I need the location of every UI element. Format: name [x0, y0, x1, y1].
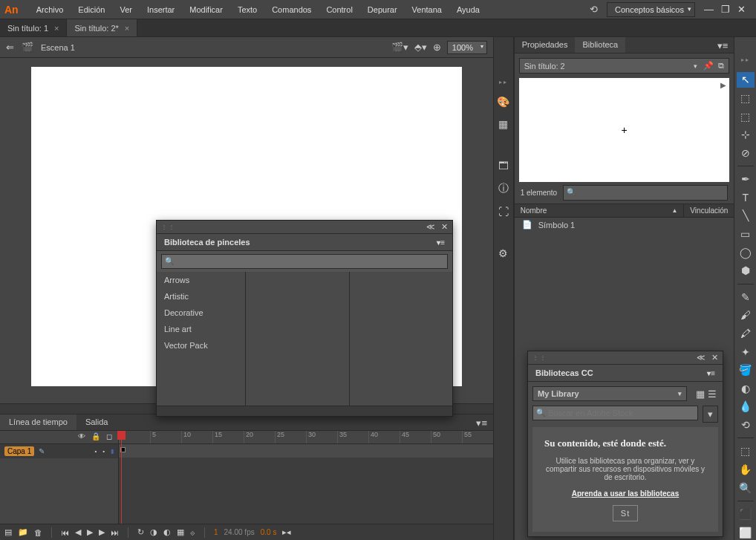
pin-icon[interactable]: 📌	[703, 61, 714, 71]
tab-library[interactable]: Biblioteca	[575, 37, 625, 53]
ink-bottle-tool[interactable]: ◐	[737, 380, 755, 396]
sync-icon[interactable]: ⟲	[590, 4, 598, 15]
tab-timeline[interactable]: Línea de tiempo	[0, 414, 76, 430]
menu-archivo[interactable]: Archivo	[29, 2, 71, 17]
stroke-color[interactable]: ⬛	[737, 507, 755, 522]
bone-tool[interactable]: ✦	[737, 344, 755, 360]
new-folder-icon[interactable]: 📁	[18, 527, 28, 537]
width-tool[interactable]: ⬚	[737, 443, 755, 459]
panel-menu-icon[interactable]: ▾≡	[470, 414, 493, 430]
swatches-icon[interactable]: 🎨	[497, 96, 509, 108]
layer-frames[interactable]	[119, 444, 493, 458]
adobe-stock-icon[interactable]: St	[613, 505, 638, 521]
zoom-tool[interactable]: 🔍	[737, 480, 755, 495]
new-lib-icon[interactable]: ⧉	[718, 61, 724, 71]
menu-ver[interactable]: Ver	[112, 2, 140, 17]
brush-tool[interactable]: 🖌	[737, 308, 755, 323]
paint-bucket-tool[interactable]: 🪣	[737, 362, 755, 378]
layer-outline-box[interactable]: ▮	[111, 448, 114, 455]
menu-ventana[interactable]: Ventana	[405, 2, 449, 17]
transform-icon[interactable]: ⛶	[498, 206, 509, 218]
collapse-icon[interactable]: ≪	[697, 353, 706, 362]
free-transform-tool[interactable]: ⬚	[737, 108, 755, 124]
next-frame-icon[interactable]: ▶	[99, 527, 105, 537]
edit-scene-icon[interactable]: 🎬▾	[391, 42, 408, 53]
frames-area[interactable]: 1 5 10 15 20 25 30 35 40 45 50 55	[119, 431, 493, 524]
close-icon[interactable]: ✕	[737, 4, 746, 15]
panel-menu-icon[interactable]: ▾≡	[437, 238, 445, 247]
column-link[interactable]: Vinculación	[684, 204, 734, 217]
pencil-tool[interactable]: ✎	[737, 289, 755, 305]
brush-cat-lineart[interactable]: Line art	[157, 321, 245, 337]
outline-icon[interactable]: ◻	[106, 432, 112, 442]
minimize-icon[interactable]: —	[704, 4, 714, 15]
polystar-tool[interactable]: ⬢	[737, 263, 755, 279]
close-icon[interactable]: ✕	[711, 353, 718, 362]
menu-ayuda[interactable]: Ayuda	[449, 2, 487, 17]
rectangle-tool[interactable]: ▭	[737, 227, 755, 242]
marker-icon[interactable]: ⟐	[190, 528, 195, 537]
layer-vis-dot[interactable]: •	[94, 448, 97, 455]
layer-row[interactable]: Capa 1 ✎ • • ▮	[0, 444, 118, 458]
fit-icon[interactable]: ⊕	[433, 42, 441, 53]
new-layer-icon[interactable]: ▤	[4, 527, 12, 537]
menu-edicion[interactable]: Edición	[71, 2, 112, 17]
delete-layer-icon[interactable]: 🗑	[34, 528, 42, 537]
menu-depurar[interactable]: Depurar	[360, 2, 405, 17]
symbol-icon[interactable]: ⬘▾	[414, 42, 427, 53]
onion-outline-icon[interactable]: ◐	[163, 527, 171, 537]
workspace-selector[interactable]: Conceptos básicos	[607, 2, 695, 17]
onion-skin-icon[interactable]: ◑	[150, 527, 157, 537]
eraser-tool[interactable]: ⟲	[737, 417, 755, 433]
menu-modificar[interactable]: Modificar	[182, 2, 230, 17]
loop-icon[interactable]: ↻	[137, 527, 144, 537]
color-icon[interactable]: 🗔	[498, 160, 509, 172]
oval-tool[interactable]: ◯	[737, 244, 755, 260]
panel-grip[interactable]: ⋮⋮	[161, 224, 176, 230]
last-frame-icon[interactable]: ⏭	[111, 528, 119, 537]
library-doc-selector[interactable]: Sin título: 2 ▾ 📌 ⧉	[519, 58, 730, 74]
playhead[interactable]	[121, 431, 122, 524]
zoom-selector[interactable]: 100%	[447, 41, 487, 54]
selection-tool[interactable]: ↖	[737, 72, 755, 88]
lasso-tool[interactable]: ⊘	[737, 146, 755, 161]
menu-comandos[interactable]: Comandos	[264, 2, 319, 17]
lock-icon[interactable]: 🔒	[91, 432, 100, 442]
tab-output[interactable]: Salida	[76, 414, 117, 430]
panel-menu-icon[interactable]: ▾≡	[711, 37, 734, 53]
back-icon[interactable]: ⇐	[6, 42, 14, 53]
layer-lock-dot[interactable]: •	[102, 448, 105, 455]
tab-properties[interactable]: Propiedades	[515, 37, 576, 53]
library-search-input[interactable]	[563, 185, 728, 201]
menu-control[interactable]: Control	[319, 2, 359, 17]
align-icon[interactable]: ▦	[498, 118, 508, 130]
brush-cat-arrows[interactable]: Arrows	[157, 272, 245, 288]
pen-tool[interactable]: ✒	[737, 172, 755, 187]
panel-resize-grip[interactable]	[157, 406, 452, 416]
menu-texto[interactable]: Texto	[230, 2, 264, 17]
panel-grip[interactable]: ⋮⋮	[532, 354, 547, 361]
grid-view-icon[interactable]: ▦	[696, 388, 705, 400]
dock-grip[interactable]: ▸▸	[499, 79, 508, 85]
line-tool[interactable]: ╲	[737, 208, 755, 224]
clapperboard-icon[interactable]: 🎬	[22, 42, 33, 53]
tools-grip[interactable]: ▸▸	[741, 56, 750, 69]
first-frame-icon[interactable]: ⏮	[61, 528, 69, 537]
center-frame-icon[interactable]: ▸◂	[282, 527, 291, 537]
menu-insertar[interactable]: Insertar	[140, 2, 182, 17]
3d-rotation-tool[interactable]: ⊹	[737, 127, 755, 143]
hand-tool[interactable]: ✋	[737, 462, 755, 478]
play-icon[interactable]: ▶	[87, 527, 93, 537]
components-icon[interactable]: ⚙	[498, 247, 508, 259]
panel-menu-icon[interactable]: ▾≡	[707, 369, 715, 377]
visibility-icon[interactable]: 👁	[78, 432, 85, 442]
tab-close-icon[interactable]: ×	[54, 24, 59, 33]
cc-library-selector[interactable]: My Library ▾	[532, 386, 687, 401]
cc-learn-link[interactable]: Aprenda a usar las bibliotecas	[572, 489, 680, 498]
tab-close-icon[interactable]: ×	[125, 24, 129, 33]
paint-brush-tool[interactable]: 🖍	[737, 326, 755, 342]
column-name[interactable]: Nombre▲	[515, 204, 685, 217]
subselection-tool[interactable]: ⬚	[737, 91, 755, 106]
search-options-icon[interactable]: ▾	[703, 406, 718, 423]
fill-color[interactable]: ⬜	[737, 524, 755, 540]
